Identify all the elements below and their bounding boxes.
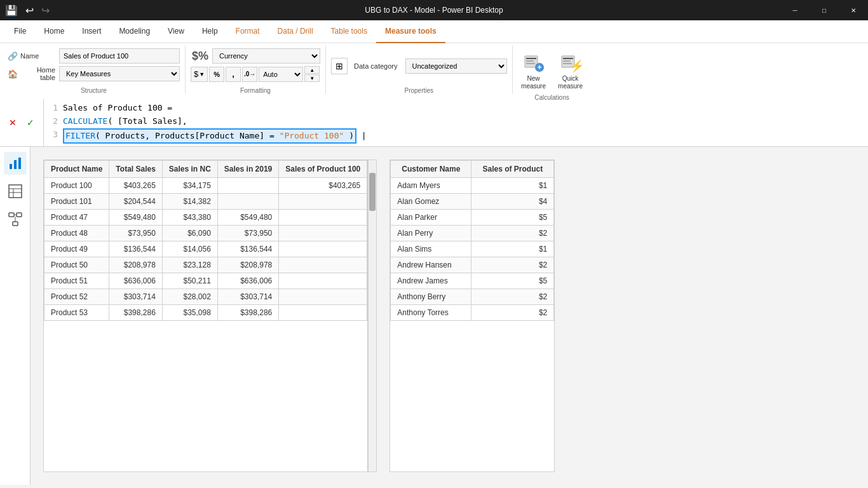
maximize-btn[interactable]: □ (810, 0, 839, 20)
formatting-label: Formatting (191, 86, 320, 94)
close-btn[interactable]: ✕ (839, 0, 868, 20)
sidebar-icon-model[interactable] (4, 208, 27, 231)
quick-measure-label: Quickmeasure (558, 75, 583, 90)
table-row: Alan Gomez$4 (391, 194, 554, 210)
new-measure-btn[interactable]: + Newmeasure (518, 48, 550, 93)
line-number-3: 3 (49, 128, 58, 144)
col-product-name: Product Name (44, 161, 109, 178)
formula-controls: ✕ ✓ (0, 99, 44, 146)
quick-measure-btn[interactable]: ⚡ Quickmeasure (555, 48, 587, 93)
col-sales-2019: Sales in 2019 (217, 161, 278, 178)
tab-table-tools[interactable]: Table tools (322, 20, 376, 43)
undo-icon[interactable]: ↩ (25, 4, 34, 17)
tab-format[interactable]: Format (227, 20, 269, 43)
col-total-sales: Total Sales (109, 161, 162, 178)
col-sales-nc: Sales in NC (162, 161, 217, 178)
ribbon-group-properties: ⊞ Data category Uncategorized Address Ci… (326, 46, 512, 94)
ribbon-content: 🔗 Name 🏠 Home table Key Measures Structu… (0, 43, 868, 99)
calculate-keyword: CALCULATE (63, 116, 107, 126)
home-table-label: 🏠 Home table (8, 66, 55, 81)
line-content-3: FILTER( Products, Products[Product Name]… (63, 128, 367, 144)
decimal-up-btn[interactable]: ▲ (304, 66, 320, 74)
scroll-thumb (369, 173, 376, 211)
table-row: Product 52$303,714$28,002$303,714 (44, 289, 367, 305)
comma-btn[interactable]: , (226, 67, 241, 82)
tab-view[interactable]: View (159, 20, 193, 43)
table-row: Alan Sims$1 (391, 241, 554, 257)
line-number-2: 2 (49, 115, 58, 128)
line-content-1: Sales of Product 100 = (63, 102, 172, 115)
home-table-field-row: 🏠 Home table Key Measures (8, 66, 180, 81)
formula-cancel-btn[interactable]: ✕ (5, 115, 20, 130)
redo-icon[interactable]: ↪ (41, 4, 50, 17)
save-icon[interactable]: 💾 (5, 4, 18, 17)
auto-select[interactable]: Auto 0 1 2 (259, 67, 303, 82)
sidebar-icon-table[interactable] (4, 180, 27, 203)
data-category-select[interactable]: Uncategorized Address City Country (405, 58, 507, 74)
svg-text:⚡: ⚡ (570, 59, 582, 73)
new-measure-label: Newmeasure (521, 75, 546, 90)
svg-rect-13 (18, 158, 21, 169)
dollar-percent-icon: $% (191, 50, 210, 63)
formula-confirm-btn[interactable]: ✓ (23, 115, 38, 130)
home-table-icon: 🏠 (8, 69, 18, 79)
filter-keyword: FILTER (65, 131, 95, 140)
name-label: 🔗 Name (8, 51, 55, 61)
window-title: UBG to DAX - Model - Power BI Desktop (365, 6, 503, 15)
svg-rect-2 (526, 60, 534, 62)
decimal-increase-btn[interactable]: .0→ (242, 67, 257, 82)
table-row: Andrew Hansen$2 (391, 257, 554, 273)
col-sales-product100: Sales of Product 100 (279, 161, 367, 178)
currency-symbol-btn[interactable]: $ ▼ (191, 67, 208, 82)
sidebar (0, 147, 31, 485)
line-content-2: CALCULATE( [Total Sales], (63, 115, 187, 128)
svg-rect-19 (17, 213, 22, 217)
table1-scrollbar[interactable] (368, 159, 377, 472)
format-select[interactable]: Currency Auto Whole number Decimal numbe… (212, 48, 320, 64)
quick-measure-icon: ⚡ (559, 51, 582, 74)
line-number-1: 1 (49, 102, 58, 115)
tab-modeling[interactable]: Modeling (110, 20, 159, 43)
sidebar-icon-barchart[interactable] (4, 152, 27, 175)
formula-line-2: 2 CALCULATE( [Total Sales], (49, 115, 863, 128)
formula-editor[interactable]: 1 Sales of Product 100 = 2 CALCULATE( [T… (44, 99, 868, 146)
tab-file[interactable]: File (5, 20, 35, 43)
col-sales-of-product: Sales of Product (471, 161, 554, 178)
svg-rect-20 (13, 222, 18, 226)
name-input[interactable] (59, 48, 180, 64)
formula-line-1: 1 Sales of Product 100 = (49, 102, 863, 115)
tab-insert[interactable]: Insert (73, 20, 110, 43)
ribbon-tabs: File Home Insert Modeling View Help Form… (0, 20, 868, 43)
table-row: Anthony Berry$2 (391, 289, 554, 305)
home-table-select[interactable]: Key Measures (59, 66, 180, 81)
tab-home[interactable]: Home (35, 20, 73, 43)
svg-rect-7 (563, 58, 573, 59)
percent-btn[interactable]: % (209, 67, 224, 82)
decimal-spinners: ▲ ▼ (304, 66, 320, 82)
minimize-btn[interactable]: ─ (780, 0, 810, 20)
tab-help[interactable]: Help (193, 20, 227, 43)
name-icon: 🔗 (8, 51, 18, 61)
table-row: Product 50$208,978$23,128$208,978 (44, 257, 367, 273)
table-row: Anthony Torres$2 (391, 305, 554, 321)
table-row: Andrew James$5 (391, 273, 554, 289)
structure-label: Structure (8, 86, 180, 94)
table-row: Product 49$136,544$14,056$136,544 (44, 241, 367, 257)
table-row: Product 101$204,544$14,382 (44, 194, 367, 210)
decimal-down-btn[interactable]: ▼ (304, 74, 320, 82)
table-row: Adam Myers$1 (391, 178, 554, 194)
main-area: Product Name Total Sales Sales in NC Sal… (0, 147, 868, 485)
svg-rect-1 (526, 58, 536, 59)
table-row: Product 51$636,006$50,211$636,006 (44, 273, 367, 289)
svg-rect-12 (14, 160, 17, 169)
filter-expression: FILTER( Products, Products[Product Name]… (63, 128, 356, 144)
tab-measure-tools[interactable]: Measure tools (376, 20, 445, 43)
ribbon-group-calculations: + Newmeasure ⚡ Quickmeasure Ca (513, 46, 592, 94)
cursor-indicator: | (362, 131, 367, 140)
format-row2: $ ▼ % , .0→ Auto 0 1 2 ▲ ▼ (191, 66, 320, 82)
svg-rect-11 (10, 164, 12, 169)
table-row: Alan Perry$2 (391, 226, 554, 241)
tab-data-drill[interactable]: Data / Drill (269, 20, 322, 43)
properties-label: Properties (331, 86, 506, 94)
ribbon-group-structure: 🔗 Name 🏠 Home table Key Measures Structu… (3, 46, 186, 94)
